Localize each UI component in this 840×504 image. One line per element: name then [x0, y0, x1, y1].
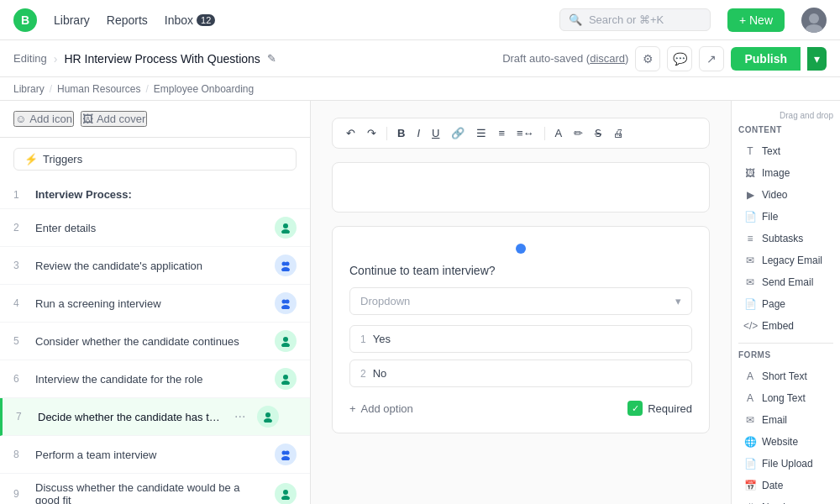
add-cover-button[interactable]: 🖼 Add cover	[81, 111, 148, 127]
share-icon-btn[interactable]: ↗	[699, 46, 724, 71]
breadcrumb-library[interactable]: Library	[13, 83, 45, 95]
content-legacy-email[interactable]: ✉ Legacy Email	[738, 250, 833, 270]
align-button[interactable]: ≡↔	[513, 125, 538, 141]
nav-inbox[interactable]: Inbox 12	[165, 13, 216, 27]
form-short-text[interactable]: A Short Text	[738, 366, 833, 386]
print-button[interactable]: 🖨	[610, 125, 627, 141]
video-icon: ▶	[743, 189, 757, 201]
discard-link[interactable]: discard	[590, 52, 625, 65]
add-icon-button[interactable]: ☺ Add icon	[13, 111, 74, 127]
page-icon: 📄	[743, 298, 757, 310]
content-subtasks[interactable]: ≡ Subtasks	[738, 228, 833, 249]
app-logo[interactable]: B	[13, 8, 37, 32]
top-nav: B Library Reports Inbox 12 🔍 Search or ⌘…	[0, 0, 840, 40]
svg-point-13	[281, 381, 290, 385]
strikethrough-button[interactable]: S̶	[591, 125, 605, 141]
step-text-8: Perform a team interview	[35, 449, 266, 461]
content-embed[interactable]: </> Embed	[738, 316, 833, 336]
form-date[interactable]: 📅 Date	[738, 475, 833, 496]
color-button[interactable]: A	[552, 125, 566, 141]
step-item-1[interactable]: 1 Interview Process:	[0, 181, 310, 209]
lightning-icon: ⚡	[24, 153, 38, 165]
svg-point-8	[286, 300, 290, 304]
image-icon: 🖼	[82, 113, 93, 125]
content-file[interactable]: 📄 File	[738, 207, 833, 227]
svg-point-15	[264, 418, 272, 423]
content-video[interactable]: ▶ Video	[738, 185, 833, 205]
required-badge: ✓ Required	[627, 401, 692, 416]
underline-button[interactable]: U	[428, 125, 443, 141]
text-icon: T	[743, 145, 757, 157]
long-text-icon: A	[743, 392, 757, 404]
short-text-icon: A	[743, 370, 757, 382]
dropdown-field[interactable]: Dropdown ▾	[349, 287, 692, 315]
publish-button[interactable]: Publish	[731, 47, 801, 71]
step-num-4: 4	[13, 297, 27, 309]
center-content: ↶ ↷ B I U 🔗 ☰ ≡ ≡↔ A ✏ S̶ 🖨 Co	[311, 101, 731, 504]
inbox-badge: 12	[197, 14, 215, 26]
redo-button[interactable]: ↷	[364, 125, 380, 141]
left-sidebar: ☺ Add icon 🖼 Add cover ⚡ Triggers 1 Inte…	[0, 101, 311, 504]
comment-icon-btn[interactable]: 💬	[667, 46, 692, 71]
content-text[interactable]: T Text	[738, 141, 833, 161]
option-item-1[interactable]: 1 Yes	[349, 325, 692, 353]
form-numbers[interactable]: # Numbers	[738, 497, 833, 504]
link-button[interactable]: 🔗	[448, 125, 468, 141]
step-item-9[interactable]: 9 Discuss whether the candidate would be…	[0, 474, 310, 504]
svg-point-10	[283, 337, 288, 342]
content-image[interactable]: 🖼 Image	[738, 163, 833, 183]
step-item-5[interactable]: 5 Consider whether the candidate continu…	[0, 323, 310, 360]
search-box[interactable]: 🔍 Search or ⌘+K	[559, 8, 711, 31]
svg-point-9	[281, 305, 290, 309]
step-item-2[interactable]: 2 Enter details	[0, 209, 310, 247]
option-item-2[interactable]: 2 No	[349, 360, 692, 387]
edit-pencil-icon[interactable]: ✎	[267, 52, 276, 65]
add-option-button[interactable]: + Add option	[349, 402, 413, 415]
breadcrumb-onboarding[interactable]: Employee Onboarding	[154, 83, 254, 95]
text-editor-area[interactable]	[332, 162, 710, 213]
form-file-upload[interactable]: 📄 File Upload	[738, 454, 833, 474]
svg-point-5	[286, 262, 290, 266]
embed-icon: </>	[743, 320, 757, 332]
numbered-button[interactable]: ≡	[495, 125, 508, 141]
bold-button[interactable]: B	[394, 125, 408, 141]
settings-icon-btn[interactable]: ⚙	[635, 46, 660, 71]
form-website[interactable]: 🌐 Website	[738, 432, 833, 452]
step-item-4[interactable]: 4 Run a screening interview	[0, 285, 310, 323]
triggers-button[interactable]: ⚡ Triggers	[13, 148, 297, 171]
undo-button[interactable]: ↶	[343, 125, 359, 141]
step-list: 1 Interview Process: 2 Enter details 3 R…	[0, 181, 310, 504]
content-section-title: CONTENT	[738, 125, 833, 134]
form-footer: + Add option ✓ Required	[349, 394, 692, 416]
step-text-4: Run a screening interview	[35, 297, 266, 310]
step-more-7[interactable]: ···	[231, 409, 249, 424]
form-long-text[interactable]: A Long Text	[738, 388, 833, 408]
nav-reports[interactable]: Reports	[107, 13, 148, 27]
form-email[interactable]: ✉ Email	[738, 410, 833, 430]
nav-links: Library Reports Inbox 12	[54, 13, 215, 27]
svg-point-3	[281, 229, 290, 234]
step-item-8[interactable]: 8 Perform a team interview	[0, 436, 310, 474]
step-avatar-6	[275, 368, 297, 390]
form-card: Continue to team interview? Dropdown ▾ 1…	[332, 226, 710, 433]
option-num-2: 2	[360, 368, 366, 380]
step-item-3[interactable]: 3 Review the candidate's application	[0, 247, 310, 285]
editing-bar: Editing › HR Interview Process With Ques…	[0, 40, 840, 77]
content-page[interactable]: 📄 Page	[738, 294, 833, 314]
nav-library[interactable]: Library	[54, 13, 90, 27]
publish-dropdown-arrow[interactable]: ▾	[807, 47, 827, 71]
step-item-7[interactable]: 7 Decide whether the candidate has the n…	[0, 398, 310, 436]
drag-drop-label: Drag and drop	[738, 111, 833, 120]
file-icon: 📄	[743, 211, 757, 223]
highlight-button[interactable]: ✏	[570, 125, 586, 141]
avatar[interactable]	[801, 8, 827, 33]
svg-point-2	[283, 223, 288, 228]
step-avatar-3	[275, 255, 297, 276]
italic-button[interactable]: I	[413, 125, 423, 141]
new-button[interactable]: + New	[727, 8, 785, 32]
bullets-button[interactable]: ☰	[473, 125, 490, 141]
breadcrumb-hr[interactable]: Human Resources	[57, 83, 140, 95]
content-send-email[interactable]: ✉ Send Email	[738, 272, 833, 292]
step-item-6[interactable]: 6 Interview the candidate for the role	[0, 360, 310, 398]
date-icon: 📅	[743, 480, 757, 491]
